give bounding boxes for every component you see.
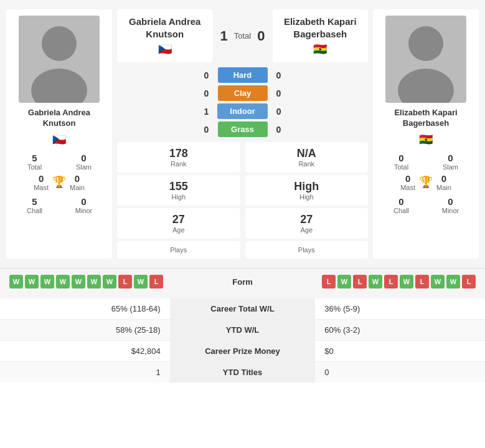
player1-mast: 0 Mast: [34, 173, 49, 191]
player2-slam: 0 Slam: [427, 153, 474, 171]
form-badge-p2-w: W: [446, 275, 460, 288]
form-label: Form: [232, 277, 253, 287]
trophy-icon-left: 🏆: [52, 175, 66, 189]
form-badge-p2-w: W: [369, 275, 382, 288]
main-container: Gabriela Andrea Knutson 🇨🇿 5 Total 0 Sla…: [0, 0, 485, 383]
stats-player1-value-0: 65% (118-64): [0, 298, 170, 320]
stats-table: 65% (118-64)Career Total W/L36% (5-9)58%…: [0, 298, 485, 383]
total-label: Total: [234, 31, 251, 41]
middle-section: Gabriela Andrea Knutson 🇨🇿 1 Total 0 Eli…: [117, 9, 368, 259]
form-badge-p1-w: W: [87, 275, 101, 288]
player1-high-value: 155: [122, 180, 235, 193]
player-section: Gabriela Andrea Knutson 🇨🇿 5 Total 0 Sla…: [0, 0, 485, 268]
clay-score1: 0: [200, 88, 213, 98]
player1-plays-box: Plays: [117, 241, 240, 259]
player2-rank-label: Rank: [250, 160, 364, 168]
player2-age-label: Age: [250, 226, 364, 234]
player1-high-box: 155 High: [117, 175, 240, 206]
total-score-row: 1 Total 0: [220, 28, 265, 44]
hard-button[interactable]: Hard: [218, 67, 268, 83]
clay-row: 0 Clay 0: [117, 85, 368, 101]
svg-point-1: [42, 26, 77, 61]
player1-age-label: Age: [122, 226, 235, 234]
player2-high-value: High: [250, 180, 364, 193]
stats-row-0: 65% (118-64)Career Total W/L36% (5-9): [0, 298, 485, 320]
stats-label-0: Career Total W/L: [170, 298, 316, 320]
stats-player2-value-1: 60% (3-2): [315, 320, 485, 341]
hard-score2: 0: [273, 70, 285, 80]
indoor-button[interactable]: Indoor: [217, 103, 267, 119]
player1-chall: 5 Chall: [11, 196, 58, 214]
form-badge-p2-l: L: [353, 275, 367, 288]
stats-row-3: 1YTD Titles0: [0, 362, 485, 383]
stats-row-1: 58% (25-18)YTD W/L60% (3-2): [0, 320, 485, 341]
player1-name: Gabriela Andrea Knutson: [11, 108, 107, 129]
stats-row-2: $42,804Career Prize Money$0: [0, 341, 485, 362]
form-badge-p2-w: W: [431, 275, 445, 288]
stats-label-3: YTD Titles: [170, 362, 316, 383]
player2-rank-value: N/A: [250, 147, 364, 160]
clay-button[interactable]: Clay: [218, 85, 268, 101]
stats-player1-value-2: $42,804: [0, 341, 170, 362]
player2-mast: 0 Mast: [400, 173, 415, 191]
form-badge-p1-w: W: [25, 275, 39, 288]
player1-high-label: High: [122, 193, 235, 201]
hard-score1: 0: [200, 70, 213, 80]
form-row: WWWWWWWLWL Form LWLWLWLWWL: [9, 275, 476, 288]
player2-header-name: Elizabeth Kapari Bagerbaseh: [278, 16, 364, 40]
form-badge-p1-w: W: [56, 275, 70, 288]
player2-chall-minor: 0 Chall 0 Minor: [378, 196, 474, 214]
stats-player1-value-1: 58% (25-18): [0, 320, 170, 341]
total-score-col: 1 Total 0: [218, 9, 268, 62]
stats-tbody: 65% (118-64)Career Total W/L36% (5-9)58%…: [0, 298, 485, 383]
player-names-header: Gabriela Andrea Knutson 🇨🇿 1 Total 0 Eli…: [117, 9, 368, 62]
form-badge-p2-l: L: [415, 275, 429, 288]
player1-slam: 0 Slam: [60, 153, 107, 171]
stats-player2-value-0: 36% (5-9): [315, 298, 485, 320]
form-badge-p1-l: L: [118, 275, 132, 288]
stats-label-2: Career Prize Money: [170, 341, 316, 362]
surface-buttons: 0 Hard 0 0 Clay 0 1 Indoor 0 0 Grass: [117, 67, 368, 137]
form-badge-p2-w: W: [337, 275, 351, 288]
form-badge-p2-l: L: [384, 275, 398, 288]
svg-point-4: [408, 26, 443, 61]
player2-card: Elizabeth Kapari Bagerbaseh 🇬🇭 0 Total 0…: [373, 9, 479, 259]
match-score1: 1: [220, 28, 228, 44]
form-badge-p1-w: W: [134, 275, 148, 288]
player2-plays-box: Plays: [245, 241, 369, 259]
player1-main: 0 Main: [70, 173, 85, 191]
form-badge-p1-w: W: [9, 275, 23, 288]
player2-high-label: High: [250, 193, 364, 201]
form-badge-p1-l: L: [149, 275, 163, 288]
indoor-score2: 0: [273, 107, 285, 117]
hard-row: 0 Hard 0: [117, 67, 368, 83]
player2-form-badges: LWLWLWLWWL: [322, 275, 476, 288]
player1-header-name: Gabriela Andrea Knutson: [122, 16, 208, 40]
player1-form-badges: WWWWWWWLWL: [9, 275, 163, 288]
grass-button[interactable]: Grass: [218, 122, 268, 137]
player2-header: Elizabeth Kapari Bagerbaseh 🇬🇭: [273, 9, 369, 62]
stats-label-1: YTD W/L: [170, 320, 316, 341]
form-badge-p2-l: L: [322, 275, 336, 288]
stats-player2-value-2: $0: [315, 341, 485, 362]
stats-section: 65% (118-64)Career Total W/L36% (5-9)58%…: [0, 298, 485, 383]
player1-rank-value: 178: [122, 147, 235, 160]
grass-score2: 0: [273, 125, 285, 135]
grass-row: 0 Grass 0: [117, 122, 368, 137]
player1-total: 5 Total: [11, 153, 58, 171]
player1-plays-label: Plays: [122, 246, 235, 254]
player2-name: Elizabeth Kapari Bagerbaseh: [378, 108, 474, 129]
clay-score2: 0: [273, 88, 285, 98]
player2-plays-label: Plays: [250, 246, 364, 254]
stats-player1-value-3: 1: [0, 362, 170, 383]
grass-score1: 0: [200, 125, 213, 135]
player1-avatar: [19, 16, 100, 103]
indoor-score1: 1: [200, 107, 212, 117]
player1-chall-minor: 5 Chall 0 Minor: [11, 196, 107, 214]
match-score2: 0: [257, 28, 265, 44]
form-badge-p2-l: L: [462, 275, 476, 288]
form-badge-p2-w: W: [400, 275, 413, 288]
player1-flag: 🇨🇿: [52, 133, 66, 146]
player2-flag: 🇬🇭: [419, 133, 433, 146]
player2-age-box: 27 Age: [245, 208, 369, 239]
